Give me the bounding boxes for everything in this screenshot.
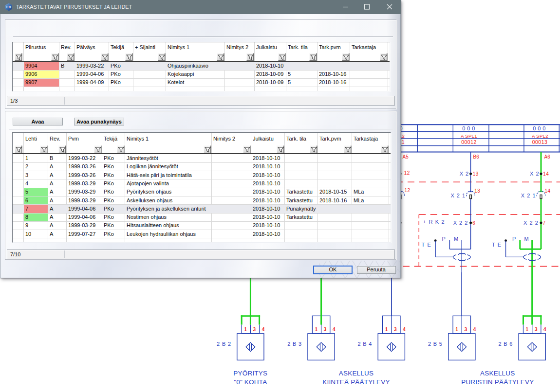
svg-text:3: 3 xyxy=(253,327,256,332)
svg-text:14: 14 xyxy=(543,171,549,177)
svg-text:7: 7 xyxy=(543,220,546,226)
svg-text:X 2: X 2 xyxy=(460,171,469,177)
svg-text:6: 6 xyxy=(472,220,475,226)
svg-text:2 B 6: 2 B 6 xyxy=(498,341,513,347)
svg-text:13: 13 xyxy=(474,188,480,194)
svg-text:3: 3 xyxy=(324,327,327,332)
svg-text:M: M xyxy=(524,236,529,242)
svg-text:4: 4 xyxy=(473,327,476,332)
svg-text:4: 4 xyxy=(543,327,546,332)
svg-text:3: 3 xyxy=(465,327,467,332)
svg-text:4: 4 xyxy=(403,327,406,332)
svg-text:B6: B6 xyxy=(473,154,480,160)
svg-text:X 2 2: X 2 2 xyxy=(523,220,539,226)
svg-text:M: M xyxy=(454,236,458,242)
svg-text:3: 3 xyxy=(394,327,397,332)
svg-text:X 2 1: X 2 1 xyxy=(450,193,466,198)
svg-text:X 2: X 2 xyxy=(530,171,540,177)
svg-text:2 B 5: 2 B 5 xyxy=(428,341,443,347)
svg-text:A SPL2: A SPL2 xyxy=(532,133,548,139)
svg-text:3: 3 xyxy=(535,327,538,332)
svg-text:PURISTIN PÄÄTYLEVY: PURISTIN PÄÄTYLEVY xyxy=(461,378,534,386)
svg-text:12: 12 xyxy=(405,188,411,193)
svg-text:00013: 00013 xyxy=(532,139,548,145)
svg-text:A SPL1: A SPL1 xyxy=(461,133,477,139)
svg-text:+ R K 2: + R K 2 xyxy=(423,219,445,225)
svg-text:X 2 2: X 2 2 xyxy=(453,220,468,226)
svg-text:KIINTEÄ PÄÄTYLEVY: KIINTEÄ PÄÄTYLEVY xyxy=(322,378,390,386)
svg-text:"0" KOHTA: "0" KOHTA xyxy=(234,378,267,386)
svg-text:ASKELLUS: ASKELLUS xyxy=(480,370,515,377)
svg-text:P: P xyxy=(512,236,516,242)
svg-text:PYÖRITYS: PYÖRITYS xyxy=(233,370,267,377)
svg-text:14: 14 xyxy=(545,188,551,194)
svg-text:1: 1 xyxy=(244,327,247,332)
svg-text:2 B 2: 2 B 2 xyxy=(217,341,231,347)
svg-text:A5: A5 xyxy=(403,154,409,160)
svg-text:4: 4 xyxy=(262,327,265,332)
svg-text:P: P xyxy=(442,236,446,242)
svg-text:ED: ED xyxy=(6,5,11,9)
svg-text:T E: T E xyxy=(421,242,431,248)
svg-text:1: 1 xyxy=(455,327,458,332)
svg-text:1: 1 xyxy=(385,327,388,332)
svg-text:00012: 00012 xyxy=(461,139,477,145)
svg-text:T E: T E xyxy=(492,242,502,248)
svg-text:1: 1 xyxy=(315,327,318,332)
svg-text:0 0 0: 0 0 0 xyxy=(462,125,475,131)
svg-text:2 B 3: 2 B 3 xyxy=(287,341,302,347)
svg-text:12: 12 xyxy=(404,170,410,176)
svg-text:1: 1 xyxy=(526,327,529,332)
svg-text:A6: A6 xyxy=(544,154,551,160)
svg-text:13: 13 xyxy=(473,171,479,177)
svg-text:0 0 0: 0 0 0 xyxy=(533,125,545,131)
svg-text:4: 4 xyxy=(333,327,336,332)
svg-text:2 B 4: 2 B 4 xyxy=(358,341,373,347)
svg-text:ASKELLUS: ASKELLUS xyxy=(339,370,373,377)
svg-text:X 2 1: X 2 1 xyxy=(521,193,536,198)
